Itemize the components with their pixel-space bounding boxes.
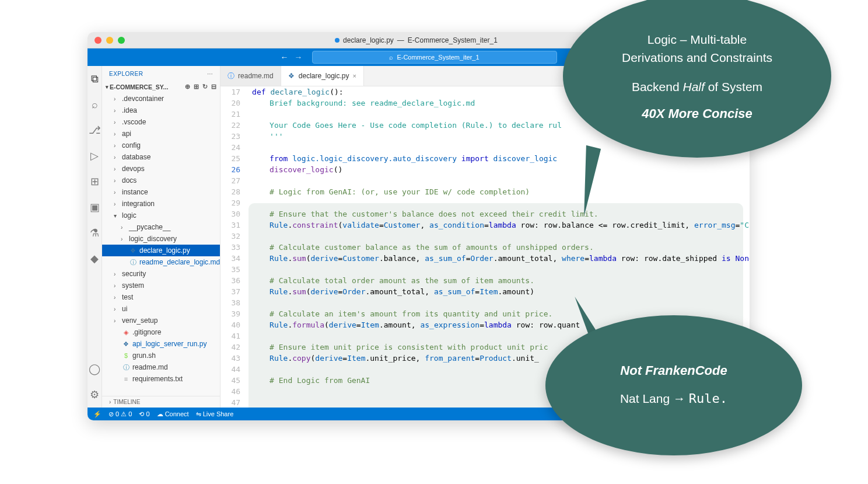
code-line[interactable]: # Ensure that the customer's balance doe…: [252, 208, 750, 220]
project-header[interactable]: ▾ E-COMMERCE_SY... ⊕ ⊞ ↻ ⊟: [102, 82, 220, 92]
settings-gear-icon[interactable]: ⚙: [88, 388, 102, 402]
code-line[interactable]: def declare_logic():: [252, 86, 750, 98]
remote-indicator[interactable]: ⚡: [93, 410, 102, 418]
tree-item-security[interactable]: ›security: [102, 268, 220, 280]
new-file-icon[interactable]: ⊕: [185, 83, 190, 90]
line-number: 46: [220, 386, 240, 397]
connect-button[interactable]: ☁ Connect: [157, 410, 189, 418]
tree-item-config[interactable]: ›config: [102, 140, 220, 151]
tree-item-label: test: [122, 293, 133, 301]
sidebar-more-icon[interactable]: ···: [207, 71, 213, 77]
code-line[interactable]: [252, 197, 750, 208]
code-line[interactable]: # Calculate customer balance as the sum …: [252, 242, 750, 253]
nav-back-icon[interactable]: ←: [281, 53, 289, 62]
refresh-icon[interactable]: ↻: [202, 83, 208, 90]
code-line[interactable]: [252, 330, 750, 342]
code-line[interactable]: # Ensure item unit price is consistent w…: [252, 342, 750, 353]
code-line[interactable]: # Logic from GenAI: (or, use your IDE w/…: [252, 186, 750, 197]
code-line[interactable]: Brief background: see readme_declare_log…: [252, 98, 750, 109]
tree-item-__pycache__[interactable]: ›__pycache__: [102, 221, 220, 233]
code-line[interactable]: [252, 264, 750, 275]
tree-item-logic_discovery[interactable]: ›logic_discovery: [102, 233, 220, 245]
tree-item--devcontainer[interactable]: ›.devcontainer: [102, 93, 220, 105]
source-control-icon[interactable]: ⎇: [88, 123, 102, 137]
code-line[interactable]: from logic.logic_discovery.auto_discover…: [252, 153, 750, 164]
ports-status[interactable]: ⟲ 0: [139, 410, 149, 418]
tree-item-api_logic_server_run-py[interactable]: ❖api_logic_server_run.py: [102, 338, 220, 350]
file-tree: ›.devcontainer›.idea›.vscode›api›config›…: [102, 92, 220, 396]
tab-declare_logic-py[interactable]: ❖declare_logic.py×: [281, 66, 364, 86]
timeline-section[interactable]: › TIMELINE: [102, 396, 220, 408]
tree-item-label: __pycache__: [129, 223, 170, 231]
tree-item-venv_setup[interactable]: ›venv_setup: [102, 315, 220, 326]
code-line[interactable]: Your Code Goes Here - Use code completio…: [252, 120, 750, 131]
tree-item-database[interactable]: ›database: [102, 151, 220, 163]
tree-item-api[interactable]: ›api: [102, 128, 220, 140]
code-line[interactable]: Rule.sum(derive=Order.amount_total, as_s…: [252, 286, 750, 297]
code-line[interactable]: [252, 297, 750, 308]
command-search[interactable]: ⌕ E-Commerce_System_iter_1: [312, 51, 557, 64]
tab-readme-md[interactable]: ⓘreadme.md: [220, 66, 281, 86]
tree-item-label: .gitignore: [132, 328, 161, 336]
new-folder-icon[interactable]: ⊞: [194, 83, 199, 90]
tree-item-readme_declare_logic-md[interactable]: ⓘreadme_declare_logic.md: [102, 256, 220, 268]
code-line[interactable]: # End Logic from GenAI: [252, 375, 750, 386]
line-number: 45: [220, 375, 240, 386]
code-line[interactable]: # Calculate total order amount as the su…: [252, 275, 750, 286]
code-line[interactable]: [252, 109, 750, 120]
tree-item--idea[interactable]: ›.idea: [102, 105, 220, 116]
tree-item-docs[interactable]: ›docs: [102, 175, 220, 186]
run-debug-icon[interactable]: ▷: [88, 149, 102, 163]
code-line[interactable]: [252, 142, 750, 153]
line-number: 25: [220, 153, 240, 164]
remote-explorer-icon[interactable]: ▣: [88, 200, 102, 214]
code-line[interactable]: Rule.sum(derive=Customer.balance, as_sum…: [252, 253, 750, 264]
code-line[interactable]: [252, 175, 750, 186]
search-activity-icon[interactable]: ⌕: [88, 98, 102, 112]
tree-item-test[interactable]: ›test: [102, 291, 220, 303]
tree-item-instance[interactable]: ›instance: [102, 186, 220, 198]
code-area[interactable]: 1720212223242526272829303132333435363738…: [220, 86, 750, 408]
tree-item-ui[interactable]: ›ui: [102, 303, 220, 315]
chevron-right-icon: ›: [114, 107, 120, 114]
line-number: 43: [220, 353, 240, 364]
code-line[interactable]: [252, 364, 750, 375]
code-content[interactable]: def declare_logic():Brief background: se…: [249, 86, 750, 408]
chevron-right-icon: ›: [114, 189, 120, 196]
tree-item-logic[interactable]: ▾logic: [102, 210, 220, 221]
tree-item-grun-sh[interactable]: $grun.sh: [102, 350, 220, 361]
tree-item-system[interactable]: ›system: [102, 280, 220, 291]
code-line[interactable]: discover_logic(): [252, 164, 750, 175]
code-line[interactable]: # Calculate an item's amount from its qu…: [252, 308, 750, 319]
liveshare-button[interactable]: ⇋ Live Share: [196, 410, 234, 418]
collapse-icon[interactable]: ⊟: [211, 83, 216, 90]
docker-icon[interactable]: ◆: [88, 252, 102, 266]
tree-item-declare_logic-py[interactable]: ❖declare_logic.py: [102, 245, 220, 256]
code-line[interactable]: Rule.constraint(validate=Customer, as_co…: [252, 220, 750, 231]
code-line[interactable]: ''': [252, 131, 750, 142]
extensions-icon[interactable]: ⊞: [88, 175, 102, 189]
close-window-icon[interactable]: [94, 37, 102, 44]
tree-item-label: system: [122, 281, 144, 290]
tree-item-devops[interactable]: ›devops: [102, 163, 220, 175]
tree-item-integration[interactable]: ›integration: [102, 198, 220, 210]
maximize-window-icon[interactable]: [118, 37, 125, 44]
code-line[interactable]: Rule.copy(derive=Item.unit_price, from_p…: [252, 353, 750, 364]
problems-status[interactable]: ⊘ 0 ⚠ 0: [108, 410, 132, 418]
testing-icon[interactable]: ⚗: [88, 226, 102, 240]
explorer-icon[interactable]: ⧉: [88, 72, 102, 86]
minimize-window-icon[interactable]: [106, 37, 113, 44]
code-line[interactable]: [252, 386, 750, 397]
tree-item-requirements-txt[interactable]: ≡requirements.txt: [102, 373, 220, 385]
tree-item-readme-md[interactable]: ⓘreadme.md: [102, 361, 220, 373]
account-icon[interactable]: ◯: [88, 362, 102, 376]
tree-item--gitignore[interactable]: ◈.gitignore: [102, 326, 220, 338]
tree-item--vscode[interactable]: ›.vscode: [102, 116, 220, 128]
code-line[interactable]: Rule.formula(derive=Item.amount, as_expr…: [252, 319, 750, 330]
tree-item-label: venv_setup: [122, 316, 158, 325]
close-tab-icon[interactable]: ×: [353, 72, 356, 79]
nav-forward-icon[interactable]: →: [295, 53, 303, 62]
code-line[interactable]: [252, 397, 750, 408]
code-line[interactable]: [252, 231, 750, 242]
tree-item-label: config: [122, 141, 141, 149]
